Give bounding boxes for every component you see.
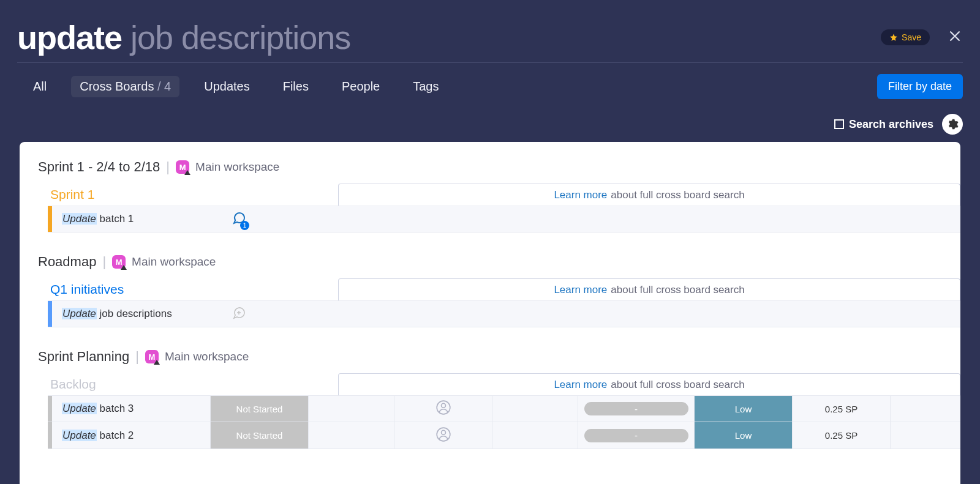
chat-add-button[interactable] [232,305,246,322]
tab-cross-boards[interactable]: Cross Boards / 4 [71,76,179,97]
item-name[interactable]: Update batch 2 [52,430,210,442]
item-row[interactable]: Update batch 3 Not Started - Low 0.25 SP [48,395,960,422]
tabs: All Cross Boards / 4 Updates Files Peopl… [24,76,447,97]
item-name[interactable]: Update batch 3 [52,403,210,415]
sep: | [135,349,139,365]
tab-updates[interactable]: Updates [195,76,258,97]
learn-more-bar: Learn more about full cross board search [338,278,960,300]
tab-people[interactable]: People [333,76,388,97]
chat-button[interactable]: 1 [232,210,246,228]
tab-cross-boards-label: Cross Boards [80,80,154,93]
workspace-name: Main workspace [195,160,279,174]
save-button[interactable]: Save [881,29,930,45]
person-icon [435,400,451,415]
save-label: Save [902,32,921,42]
workspace-name: Main workspace [165,350,249,363]
filter-by-date-button[interactable]: Filter by date [877,74,963,99]
board-title: Roadmap [38,254,96,270]
search-archives-label: Search archives [849,118,933,131]
item-color-bar [48,206,52,232]
blank-cell [492,422,578,449]
item-name[interactable]: Update batch 1 [52,213,224,225]
item-row[interactable]: Update batch 1 1 [48,206,960,233]
highlight: Update [62,213,97,225]
person-icon [435,426,451,442]
gear-icon [946,118,959,130]
board-header[interactable]: Roadmap | M Main workspace [20,254,960,278]
learn-more-bar: Learn more about full cross board search [338,373,960,395]
checkbox-icon [834,119,844,129]
learn-more-link[interactable]: Learn more [554,284,607,296]
priority-value: Low [695,422,792,449]
item-color-bar [48,396,52,422]
highlight: Update [62,403,97,414]
tab-tags[interactable]: Tags [404,76,447,97]
timeline-cell[interactable]: - [578,422,694,449]
board-title: Sprint Planning [38,349,129,365]
priority-cell[interactable]: Low [694,422,792,449]
status-cell[interactable]: Not Started [210,396,308,422]
timeline-value: - [584,402,688,415]
workspace-badge: M [176,160,189,174]
svg-point-3 [441,430,445,434]
status-value: Not Started [211,422,308,449]
workspace-name: Main workspace [132,255,216,269]
blank-cell [308,422,394,449]
priority-cell[interactable]: Low [694,396,792,422]
sep: | [166,159,170,175]
chat-add-icon [232,305,246,320]
group-name[interactable]: Backlog [48,373,338,395]
item-color-bar [48,422,52,449]
board-block: Sprint 1 - 2/4 to 2/18 | M Main workspac… [20,159,960,242]
status-value: Not Started [211,396,308,422]
tail-cell [890,396,951,422]
item-rest: batch 1 [97,213,134,225]
highlight: Update [62,430,97,441]
tab-all[interactable]: All [24,76,55,97]
group-name[interactable]: Sprint 1 [48,184,338,206]
board-block: Roadmap | M Main workspace Q1 initiative… [20,254,960,337]
learn-more-text: about full cross board search [611,189,744,201]
chat-count-badge: 1 [240,221,249,230]
board-header[interactable]: Sprint 1 - 2/4 to 2/18 | M Main workspac… [20,159,960,184]
blank-cell [492,396,578,422]
learn-more-link[interactable]: Learn more [554,379,607,391]
learn-more-link[interactable]: Learn more [554,189,607,201]
person-cell[interactable] [394,396,492,422]
storypoints-cell[interactable]: 0.25 SP [792,396,890,422]
status-cell[interactable]: Not Started [210,422,308,449]
star-icon [889,33,898,42]
query-bold: update [17,19,122,56]
workspace-badge: M [145,350,159,363]
item-rest: batch 3 [97,403,134,414]
timeline-cell[interactable]: - [578,396,694,422]
sep: | [102,254,106,270]
tail-cell [890,422,951,449]
search-archives-checkbox[interactable]: Search archives [834,118,933,131]
close-icon [947,28,963,44]
search-title: update job descriptions [17,18,350,56]
item-row[interactable]: Update batch 2 Not Started - Low 0.25 SP [48,422,960,449]
item-name[interactable]: Update job descriptions [52,308,224,320]
storypoints-cell[interactable]: 0.25 SP [792,422,890,449]
tab-cross-boards-count: / 4 [154,80,171,93]
item-rest: batch 2 [97,430,134,441]
query-rest: job descriptions [122,19,350,56]
learn-more-text: about full cross board search [611,379,744,391]
item-row[interactable]: Update job descriptions [48,300,960,327]
svg-point-1 [441,403,445,408]
results-panel: Sprint 1 - 2/4 to 2/18 | M Main workspac… [20,142,960,484]
tab-files[interactable]: Files [274,76,317,97]
board-header[interactable]: Sprint Planning | M Main workspace [20,349,960,373]
board-block: Sprint Planning | M Main workspace Backl… [20,349,960,458]
person-cell[interactable] [394,422,492,449]
board-title: Sprint 1 - 2/4 to 2/18 [38,159,160,175]
group-name[interactable]: Q1 initiatives [48,278,338,300]
item-color-bar [48,301,52,327]
learn-more-bar: Learn more about full cross board search [338,184,960,206]
learn-more-text: about full cross board search [611,284,744,296]
search-settings-button[interactable] [942,114,963,135]
close-button[interactable] [947,28,963,47]
highlight: Update [62,308,97,319]
workspace-badge: M [112,255,126,269]
